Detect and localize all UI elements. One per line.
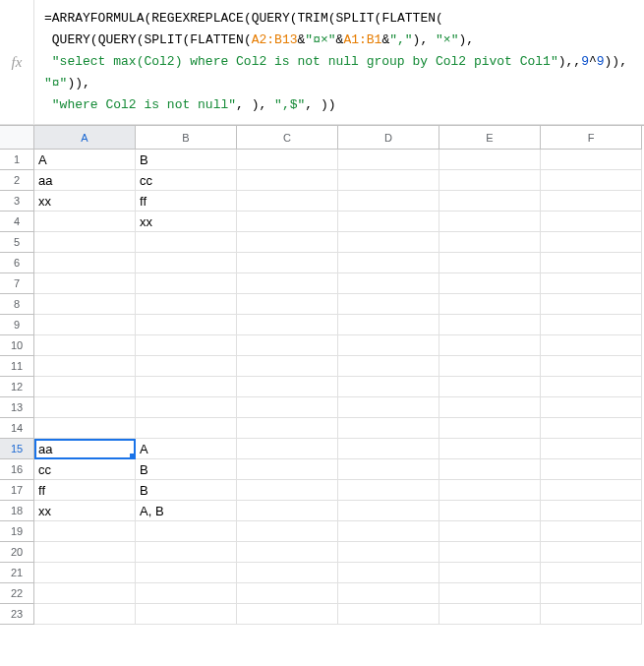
cell[interactable] — [439, 377, 541, 397]
cell[interactable] — [136, 335, 237, 356]
cell[interactable] — [541, 439, 642, 459]
cell[interactable] — [338, 232, 439, 253]
cell[interactable] — [34, 335, 136, 356]
cell[interactable] — [34, 583, 136, 604]
cell[interactable] — [541, 459, 642, 480]
cell[interactable] — [34, 563, 136, 583]
cell[interactable] — [136, 377, 237, 397]
cell[interactable]: aa — [34, 170, 136, 191]
cell[interactable] — [439, 335, 541, 356]
column-header[interactable]: D — [338, 126, 439, 150]
cell[interactable] — [541, 273, 642, 294]
row-header[interactable]: 12 — [0, 377, 34, 397]
cell[interactable] — [136, 583, 237, 604]
cell[interactable]: ff — [34, 480, 136, 501]
cell[interactable]: B — [136, 150, 237, 170]
row-header[interactable]: 17 — [0, 480, 34, 501]
cell[interactable] — [136, 273, 237, 294]
row-header[interactable]: 16 — [0, 459, 34, 480]
cell[interactable] — [439, 170, 541, 191]
cell[interactable] — [439, 253, 541, 273]
cell[interactable]: cc — [34, 459, 136, 480]
cell[interactable] — [541, 150, 642, 170]
cell[interactable] — [237, 459, 338, 480]
cell[interactable] — [338, 418, 439, 439]
cell[interactable] — [541, 335, 642, 356]
cell[interactable] — [338, 542, 439, 563]
cell[interactable] — [338, 335, 439, 356]
cell[interactable] — [34, 273, 136, 294]
cell[interactable] — [541, 212, 642, 232]
cell[interactable] — [136, 315, 237, 335]
row-header[interactable]: 15 — [0, 439, 34, 459]
cell[interactable] — [136, 604, 237, 625]
cell[interactable] — [34, 232, 136, 253]
cell[interactable] — [541, 170, 642, 191]
cell[interactable] — [541, 563, 642, 583]
cell[interactable] — [136, 356, 237, 377]
cell[interactable] — [541, 501, 642, 521]
cell[interactable] — [439, 150, 541, 170]
row-header[interactable]: 23 — [0, 604, 34, 625]
cell[interactable]: xx — [34, 501, 136, 521]
cell[interactable] — [541, 356, 642, 377]
row-header[interactable]: 5 — [0, 232, 34, 253]
cell[interactable] — [338, 583, 439, 604]
cell[interactable] — [338, 439, 439, 459]
fx-icon[interactable]: fx — [0, 0, 34, 124]
cell[interactable] — [237, 542, 338, 563]
cell[interactable] — [338, 459, 439, 480]
row-header[interactable]: 7 — [0, 273, 34, 294]
cell[interactable] — [34, 294, 136, 315]
cell[interactable] — [338, 397, 439, 418]
cell[interactable] — [439, 604, 541, 625]
cell[interactable] — [34, 542, 136, 563]
cell[interactable] — [439, 418, 541, 439]
row-header[interactable]: 11 — [0, 356, 34, 377]
cell[interactable] — [338, 212, 439, 232]
cell[interactable] — [34, 521, 136, 542]
cell[interactable] — [237, 335, 338, 356]
cell[interactable]: A, B — [136, 501, 237, 521]
cell[interactable] — [338, 563, 439, 583]
cell[interactable] — [237, 212, 338, 232]
cell[interactable] — [338, 521, 439, 542]
cell[interactable] — [541, 377, 642, 397]
cell[interactable] — [439, 439, 541, 459]
cell[interactable] — [439, 273, 541, 294]
row-header[interactable]: 13 — [0, 397, 34, 418]
cell[interactable] — [541, 418, 642, 439]
cell[interactable] — [237, 563, 338, 583]
row-header[interactable]: 1 — [0, 150, 34, 170]
cell[interactable] — [237, 273, 338, 294]
cell[interactable] — [439, 232, 541, 253]
cell[interactable] — [439, 315, 541, 335]
cell[interactable] — [136, 232, 237, 253]
cell[interactable] — [541, 191, 642, 212]
cell[interactable] — [34, 604, 136, 625]
cell[interactable] — [34, 418, 136, 439]
cell[interactable] — [439, 294, 541, 315]
row-header[interactable]: 2 — [0, 170, 34, 191]
row-header[interactable]: 21 — [0, 563, 34, 583]
cell[interactable] — [541, 604, 642, 625]
cell[interactable] — [541, 253, 642, 273]
cell[interactable] — [439, 191, 541, 212]
cell[interactable] — [541, 521, 642, 542]
cell[interactable] — [237, 439, 338, 459]
cell[interactable] — [237, 377, 338, 397]
select-all-corner[interactable] — [0, 126, 34, 150]
cell[interactable]: aa — [34, 439, 136, 459]
cell[interactable] — [237, 150, 338, 170]
row-header[interactable]: 19 — [0, 521, 34, 542]
cell[interactable] — [237, 501, 338, 521]
cell[interactable] — [338, 480, 439, 501]
cell[interactable] — [439, 356, 541, 377]
cell[interactable]: cc — [136, 170, 237, 191]
cell[interactable] — [338, 377, 439, 397]
cell[interactable] — [237, 315, 338, 335]
row-header[interactable]: 9 — [0, 315, 34, 335]
cell[interactable] — [541, 397, 642, 418]
cell[interactable] — [439, 501, 541, 521]
cell[interactable] — [136, 542, 237, 563]
